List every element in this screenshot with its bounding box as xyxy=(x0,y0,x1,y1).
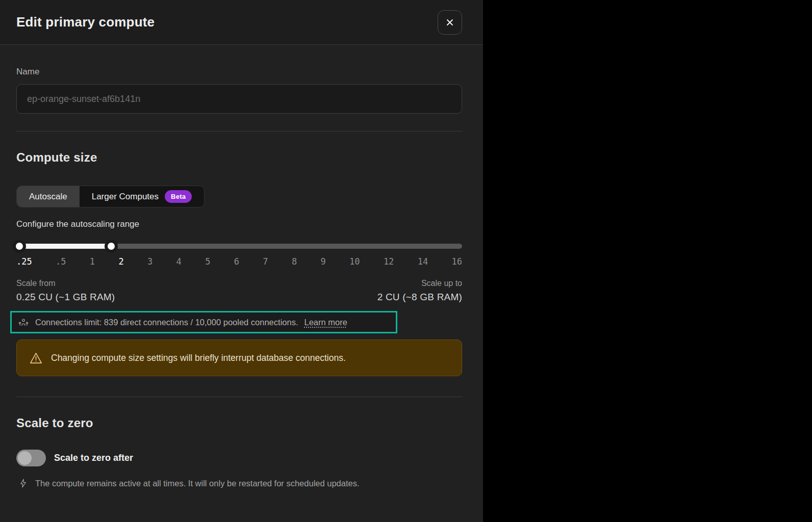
divider xyxy=(16,131,462,132)
compute-size-tabs: Autoscale Larger Computes Beta xyxy=(16,186,205,207)
close-icon xyxy=(445,17,455,28)
tab-larger-computes[interactable]: Larger Computes Beta xyxy=(80,186,205,207)
slider-tick: .25 xyxy=(16,256,32,267)
compute-size-heading: Compute size xyxy=(16,150,462,165)
slider-tick: 8 xyxy=(292,256,297,267)
slider-tick: 9 xyxy=(320,256,325,267)
slider-tick: 16 xyxy=(452,256,462,267)
slider-tick: 1 xyxy=(90,256,95,267)
autoscaling-range-label: Configure the autoscaling range xyxy=(16,219,462,229)
learn-more-link[interactable]: Learn more xyxy=(304,318,347,327)
slider-tick: 7 xyxy=(263,256,268,267)
scale-to-zero-info-row: The compute remains active at all times.… xyxy=(16,478,462,489)
slider-tick: 4 xyxy=(176,256,182,267)
slider-tick: 5 xyxy=(205,256,210,267)
slider-tick: 14 xyxy=(418,256,428,267)
scale-from-value: 0.25 CU (~1 GB RAM) xyxy=(16,292,115,303)
slider-tick: 2 xyxy=(118,256,123,267)
name-label: Name xyxy=(16,67,462,77)
name-input[interactable] xyxy=(16,84,462,114)
tab-autoscale-label: Autoscale xyxy=(29,192,67,202)
scale-from: Scale from 0.25 CU (~1 GB RAM) xyxy=(16,279,115,303)
slider-min-handle[interactable] xyxy=(13,240,26,253)
compute-warning-banner: Changing compute size settings will brie… xyxy=(16,340,462,376)
toggle-knob xyxy=(18,451,32,465)
divider xyxy=(16,397,462,397)
panel-header: Edit primary compute xyxy=(0,0,483,45)
tab-autoscale[interactable]: Autoscale xyxy=(17,186,80,207)
slider-tick: 3 xyxy=(147,256,153,267)
connections-icon xyxy=(18,317,29,328)
scale-up-to: Scale up to 2 CU (~8 GB RAM) xyxy=(377,279,462,303)
scale-from-label: Scale from xyxy=(16,279,115,288)
slider-tick: 6 xyxy=(234,256,239,267)
slider-max-handle[interactable] xyxy=(105,240,118,253)
panel-body: Name Compute size Autoscale Larger Compu… xyxy=(0,67,483,489)
lightning-icon xyxy=(18,478,28,489)
tab-larger-computes-label: Larger Computes xyxy=(92,192,159,202)
slider-tick: 10 xyxy=(349,256,360,267)
scale-range-summary: Scale from 0.25 CU (~1 GB RAM) Scale up … xyxy=(16,279,462,303)
beta-badge: Beta xyxy=(165,190,192,203)
warning-text: Changing compute size settings will brie… xyxy=(51,353,346,363)
connections-limit-note: Connections limit: 839 direct connection… xyxy=(10,311,397,333)
scale-up-to-value: 2 CU (~8 GB RAM) xyxy=(377,292,462,303)
slider-ticks: .25.512345678910121416 xyxy=(16,256,462,267)
scale-to-zero-heading: Scale to zero xyxy=(16,416,462,430)
connections-limit-text: Connections limit: 839 direct connection… xyxy=(35,318,298,327)
scale-to-zero-toggle-label: Scale to zero after xyxy=(54,453,133,463)
slider-fill xyxy=(19,244,111,249)
warning-icon xyxy=(29,352,43,364)
scale-up-to-label: Scale up to xyxy=(377,279,462,288)
scale-to-zero-toggle[interactable] xyxy=(16,450,46,466)
autoscaling-range-slider[interactable] xyxy=(16,240,462,253)
page-title: Edit primary compute xyxy=(16,14,155,30)
close-button[interactable] xyxy=(438,10,462,35)
scale-to-zero-info-text: The compute remains active at all times.… xyxy=(35,479,360,488)
scale-to-zero-row: Scale to zero after xyxy=(16,450,462,466)
edit-compute-panel: Edit primary compute Name Compute size A… xyxy=(0,0,483,522)
slider-tick: 12 xyxy=(384,256,394,267)
slider-tick: .5 xyxy=(56,256,66,267)
